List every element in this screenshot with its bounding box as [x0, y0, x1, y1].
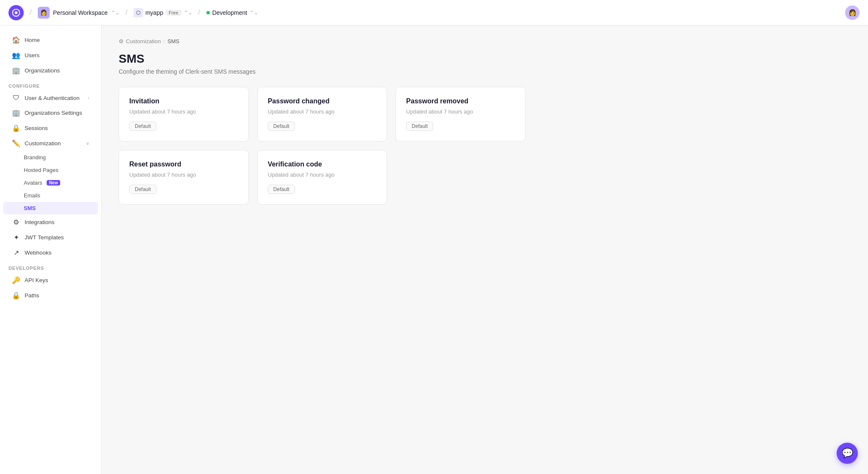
sessions-icon: 🔒 — [12, 124, 20, 132]
app-name: myapp — [145, 9, 163, 16]
sidebar-webhooks-label: Webhooks — [25, 249, 52, 256]
sidebar-item-sessions[interactable]: 🔒 Sessions — [3, 121, 98, 136]
sidebar-integrations-label: Integrations — [25, 219, 55, 225]
workspace-chevron-icon: ⌃⌄ — [111, 10, 120, 16]
organizations-icon: 🏢 — [12, 67, 20, 75]
chat-button[interactable]: 💬 — [837, 443, 858, 464]
nav-sep-3: / — [198, 8, 200, 17]
sidebar-item-user-auth[interactable]: 🛡 User & Authentication › — [3, 91, 98, 105]
card-verification-code[interactable]: Verification code Updated about 7 hours … — [257, 150, 387, 205]
customization-breadcrumb-icon: ⚙ — [119, 38, 124, 44]
sidebar-item-users[interactable]: 👥 Users — [3, 48, 98, 63]
sidebar: 🏠 Home 👥 Users 🏢 Organizations CONFIGURE… — [0, 25, 102, 474]
card-password-changed-badge: Default — [268, 122, 295, 131]
nav-sep-1: / — [30, 8, 32, 17]
customization-submenu: Branding Hosted Pages Avatars New Emails… — [0, 151, 101, 214]
sidebar-paths-label: Paths — [25, 292, 39, 299]
paths-icon: 🔒 — [12, 291, 20, 299]
sidebar-item-jwt-templates[interactable]: ✦ JWT Templates — [3, 230, 98, 245]
main-content: ⚙ Customization / SMS SMS Configure the … — [102, 25, 868, 474]
user-auth-chevron-icon: › — [88, 95, 89, 100]
app-chevron-icon: ⌃⌄ — [184, 10, 192, 16]
layout: 🏠 Home 👥 Users 🏢 Organizations CONFIGURE… — [0, 25, 868, 474]
breadcrumb-current-label: SMS — [167, 38, 179, 44]
sidebar-item-webhooks[interactable]: ↗ Webhooks — [3, 245, 98, 260]
jwt-icon: ✦ — [12, 233, 20, 241]
user-avatar[interactable]: 👩 — [845, 6, 860, 20]
topnav: / 👩 Personal Workspace ⌃⌄ / ⬡ myapp Free… — [0, 0, 868, 25]
sidebar-api-keys-label: API Keys — [25, 277, 48, 283]
page-title: SMS — [119, 52, 851, 66]
webhooks-icon: ↗ — [12, 249, 20, 257]
sidebar-customization-label: Customization — [25, 140, 61, 147]
card-password-removed-title: Password removed — [406, 97, 515, 105]
card-password-changed-updated: Updated about 7 hours ago — [268, 108, 377, 115]
workspace-name: Personal Workspace — [53, 9, 108, 16]
api-keys-icon: 🔑 — [12, 276, 20, 284]
customization-icon: ✏️ — [12, 139, 20, 147]
svg-point-1 — [15, 11, 18, 14]
sidebar-sessions-label: Sessions — [25, 125, 48, 131]
sidebar-sub-item-sms[interactable]: SMS — [3, 202, 98, 214]
configure-section-label: CONFIGURE — [0, 78, 101, 90]
sidebar-item-paths[interactable]: 🔒 Paths — [3, 288, 98, 303]
env-chevron-icon: ⌃⌄ — [250, 10, 258, 16]
users-icon: 👥 — [12, 51, 20, 59]
card-reset-password[interactable]: Reset password Updated about 7 hours ago… — [119, 150, 249, 205]
workspace-avatar: 👩 — [38, 7, 50, 19]
sidebar-sub-item-emails[interactable]: Emails — [3, 189, 98, 202]
sidebar-org-settings-label: Organizations Settings — [25, 110, 82, 116]
card-verification-code-badge: Default — [268, 185, 295, 194]
sidebar-item-integrations[interactable]: ⚙ Integrations — [3, 215, 98, 230]
card-verification-code-title: Verification code — [268, 161, 377, 168]
workspace-switcher[interactable]: 👩 Personal Workspace ⌃⌄ — [38, 7, 120, 19]
breadcrumb-parent-label: Customization — [126, 38, 161, 44]
sms-label: SMS — [24, 205, 36, 211]
app-logo — [8, 5, 24, 20]
sidebar-item-org-settings[interactable]: 🏢 Organizations Settings — [3, 105, 98, 120]
page-description: Configure the theming of Clerk-sent SMS … — [119, 68, 851, 75]
sidebar-item-api-keys[interactable]: 🔑 API Keys — [3, 273, 98, 288]
chat-icon: 💬 — [842, 448, 853, 459]
sidebar-item-organizations[interactable]: 🏢 Organizations — [3, 63, 98, 78]
breadcrumb-customization-link[interactable]: ⚙ Customization — [119, 38, 161, 44]
app-icon: ⬡ — [134, 8, 143, 17]
card-verification-code-updated: Updated about 7 hours ago — [268, 172, 377, 178]
card-invitation-updated: Updated about 7 hours ago — [129, 108, 238, 115]
env-status-dot — [206, 11, 210, 14]
card-reset-password-updated: Updated about 7 hours ago — [129, 172, 238, 178]
env-switcher[interactable]: Development ⌃⌄ — [206, 9, 259, 16]
card-reset-password-badge: Default — [129, 185, 156, 194]
avatars-label: Avatars — [24, 180, 42, 186]
sidebar-organizations-label: Organizations — [25, 67, 60, 74]
sidebar-sub-item-avatars[interactable]: Avatars New — [3, 177, 98, 189]
card-password-removed-updated: Updated about 7 hours ago — [406, 108, 515, 115]
sidebar-user-auth-label: User & Authentication — [25, 95, 80, 101]
sms-cards-grid: Invitation Updated about 7 hours ago Def… — [119, 87, 526, 205]
hosted-pages-label: Hosted Pages — [24, 167, 58, 173]
emails-label: Emails — [24, 192, 40, 199]
branding-label: Branding — [24, 154, 46, 161]
home-icon: 🏠 — [12, 36, 20, 44]
avatars-new-badge: New — [47, 180, 61, 186]
card-invitation[interactable]: Invitation Updated about 7 hours ago Def… — [119, 87, 249, 141]
card-password-changed-title: Password changed — [268, 97, 377, 105]
card-reset-password-title: Reset password — [129, 161, 238, 168]
customization-chevron-icon: ∨ — [86, 141, 89, 146]
developers-section-label: DEVELOPERS — [0, 261, 101, 272]
card-password-removed[interactable]: Password removed Updated about 7 hours a… — [395, 87, 526, 141]
breadcrumb-sep: / — [163, 38, 165, 44]
sidebar-home-label: Home — [25, 37, 40, 43]
integrations-icon: ⚙ — [12, 218, 20, 226]
card-password-removed-badge: Default — [406, 122, 433, 131]
app-switcher[interactable]: ⬡ myapp Free ⌃⌄ — [134, 8, 192, 17]
sidebar-users-label: Users — [25, 52, 39, 58]
card-password-changed[interactable]: Password changed Updated about 7 hours a… — [257, 87, 387, 141]
org-settings-icon: 🏢 — [12, 109, 20, 117]
sidebar-sub-item-hosted-pages[interactable]: Hosted Pages — [3, 164, 98, 176]
app-plan-badge: Free — [166, 10, 181, 16]
sidebar-item-customization[interactable]: ✏️ Customization ∨ — [3, 136, 98, 151]
sidebar-sub-item-branding[interactable]: Branding — [3, 151, 98, 164]
breadcrumb: ⚙ Customization / SMS — [119, 38, 851, 44]
sidebar-item-home[interactable]: 🏠 Home — [3, 33, 98, 47]
